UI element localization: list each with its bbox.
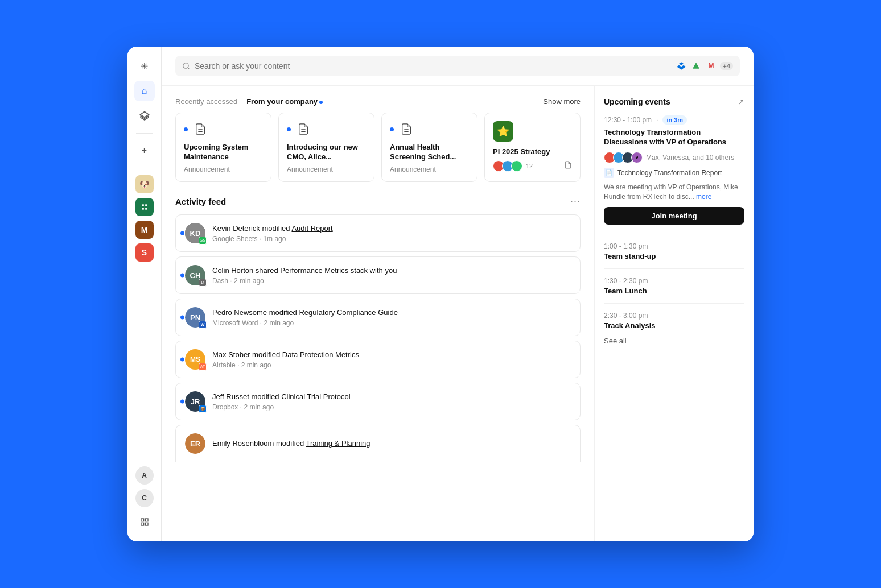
feed-item-pedro[interactable]: PN W Pedro Newsome modified Regulatory C… xyxy=(175,299,581,336)
svg-line-10 xyxy=(188,68,190,69)
s-app-icon[interactable]: S xyxy=(135,243,154,262)
regulatory-guide-link[interactable]: Regulatory Compliance Guide xyxy=(299,308,397,317)
tab-recently-accessed[interactable]: Recently accessed xyxy=(175,97,237,106)
svg-rect-5 xyxy=(141,519,144,521)
file-icon-1 xyxy=(192,121,208,137)
svg-rect-7 xyxy=(141,523,144,525)
tab-dot xyxy=(319,101,323,104)
upcoming-events-title: Upcoming events xyxy=(604,97,670,106)
card-attendee-count: 12 xyxy=(526,163,533,169)
tabs-header: Recently accessed From your company Show… xyxy=(175,97,581,106)
svg-rect-4 xyxy=(145,208,147,210)
performance-metrics-link[interactable]: Performance Metrics xyxy=(280,266,348,275)
avatar-c[interactable]: C xyxy=(135,489,154,507)
event-soon-badge: in 3m xyxy=(662,115,687,125)
svg-text:ER: ER xyxy=(190,440,201,448)
standup-time: 1:00 - 1:30 pm xyxy=(604,242,744,250)
data-protection-link[interactable]: Data Protection Metrics xyxy=(282,350,359,359)
m-app-icon[interactable]: M xyxy=(135,221,154,239)
training-planning-link[interactable]: Training & Planning xyxy=(306,439,370,448)
star-icon-4: ⭐ xyxy=(493,121,513,142)
external-link-icon[interactable]: ↗ xyxy=(738,97,744,106)
feed-sub-kevin: Google Sheets · 1m ago xyxy=(212,235,571,243)
svg-rect-8 xyxy=(145,523,148,525)
home-icon[interactable]: ⌂ xyxy=(134,81,155,101)
card-health-screening[interactable]: Annual Health Screening Sched... Announc… xyxy=(381,113,477,182)
green-app-icon[interactable] xyxy=(135,198,154,216)
card-cmo[interactable]: Introducing our new CMO, Alice... Announ… xyxy=(278,113,374,182)
event-track-analysis: 2:30 - 3:00 pm Track Analysis xyxy=(604,312,744,330)
search-bar[interactable]: M +4 xyxy=(175,56,740,76)
card-subtitle-2: Announcement xyxy=(287,165,366,173)
event-doc-link[interactable]: 📄 Technology Transformation Report xyxy=(604,168,744,178)
feed-avatar-wrap-max: MS AT xyxy=(185,349,205,370)
main-area: Recently accessed From your company Show… xyxy=(162,86,594,541)
track-analysis-time: 2:30 - 3:00 pm xyxy=(604,312,744,320)
feed-item-max[interactable]: MS AT Max Stober modified Data Protectio… xyxy=(175,341,581,378)
feed-avatar-emily: ER xyxy=(185,433,205,454)
feed-sub-colin: Dash · 2 min ago xyxy=(212,277,571,285)
card-title-4: PI 2025 Strategy xyxy=(493,147,572,157)
see-all-link[interactable]: See all xyxy=(604,337,744,345)
feed-main-kevin: Kevin Deterick modified Audit Report xyxy=(212,223,571,234)
search-input[interactable] xyxy=(195,61,671,71)
more-link[interactable]: more xyxy=(696,193,711,201)
card-title-3: Annual Health Screening Sched... xyxy=(390,143,469,162)
feed-main-colin: Colin Horton shared Performance Metrics … xyxy=(212,266,571,276)
event-time-row: 12:30 - 1:00 pm · in 3m xyxy=(604,115,744,125)
feed-item-kevin[interactable]: KD GS Kevin Deterick modified Audit Repo… xyxy=(175,214,581,252)
feed-avatar-wrap-kevin: KD GS xyxy=(185,223,205,243)
svg-rect-3 xyxy=(142,208,144,210)
dog-avatar[interactable]: 🐶 xyxy=(135,175,154,193)
events-header: Upcoming events ↗ xyxy=(604,97,744,106)
feed-item-jeff[interactable]: JR 📦 Jeff Russet modified Clinical Trial… xyxy=(175,383,581,420)
show-more-button[interactable]: Show more xyxy=(543,97,581,106)
feed-text-kevin: Kevin Deterick modified Audit Report Goo… xyxy=(212,223,571,243)
feed-sub-pedro: Microsoft Word · 2 min ago xyxy=(212,319,571,327)
feed-item-colin[interactable]: CH D Colin Horton shared Performance Met… xyxy=(175,256,581,294)
add-icon[interactable]: + xyxy=(134,140,155,161)
feed-sub-jeff: Dropbox · 2 min ago xyxy=(212,403,571,411)
feed-badge-colin: D xyxy=(199,279,207,287)
join-meeting-button[interactable]: Join meeting xyxy=(604,207,744,225)
gmail-icon: M xyxy=(705,60,717,72)
cards-row: Upcoming System Maintenance Announcement xyxy=(175,113,581,182)
clinical-trial-link[interactable]: Clinical Trial Protocol xyxy=(281,392,350,401)
card-attendees xyxy=(493,160,522,172)
event-standup: 1:00 - 1:30 pm Team stand-up xyxy=(604,242,744,260)
audit-report-link[interactable]: Audit Report xyxy=(291,224,332,233)
track-analysis-title: Track Analysis xyxy=(604,321,744,330)
doc-name: Technology Transformation Report xyxy=(617,169,722,177)
attendee-avatars: 9 xyxy=(604,152,643,163)
activity-title: Activity feed xyxy=(175,197,226,206)
event-attendees: 9 Max, Vanessa, and 10 others xyxy=(604,152,744,163)
svg-rect-1 xyxy=(142,204,144,206)
feed-dot-kevin xyxy=(180,231,184,235)
svg-marker-11 xyxy=(693,63,699,69)
card-dot-1 xyxy=(184,127,188,131)
search-icon xyxy=(182,62,190,70)
layers-icon[interactable] xyxy=(134,106,155,126)
feed-text-max: Max Stober modified Data Protection Metr… xyxy=(212,350,571,369)
dropbox-icon xyxy=(676,60,687,72)
section-tabs: Recently accessed From your company xyxy=(175,97,323,106)
tab-from-company[interactable]: From your company xyxy=(246,97,323,106)
right-panel: Upcoming events ↗ 12:30 - 1:00 pm · in 3… xyxy=(594,86,754,541)
feed-badge-pedro: W xyxy=(199,321,207,329)
grid-icon[interactable] xyxy=(134,512,155,532)
asterisk-icon[interactable]: ✳ xyxy=(134,56,155,76)
card-upcoming-maintenance[interactable]: Upcoming System Maintenance Announcement xyxy=(175,113,271,182)
card-title-2: Introducing our new CMO, Alice... xyxy=(287,143,366,162)
feed-item-emily[interactable]: ER Emily Rosenbloom modified Training & … xyxy=(175,425,581,462)
card-pi-strategy[interactable]: ⭐ PI 2025 Strategy 12 xyxy=(484,113,581,182)
main-content: M +4 Recently accessed From your company… xyxy=(162,47,754,541)
feed-avatar-wrap-pedro: PN W xyxy=(185,307,205,328)
avatar-a[interactable]: A xyxy=(135,466,154,485)
sidebar: ✳ ⌂ + 🐶 M S A C xyxy=(127,47,162,541)
lunch-time: 1:30 - 2:30 pm xyxy=(604,277,744,285)
feed-main-max: Max Stober modified Data Protection Metr… xyxy=(212,350,571,360)
card-subtitle-1: Announcement xyxy=(184,165,263,173)
feed-text-jeff: Jeff Russet modified Clinical Trial Prot… xyxy=(212,392,571,411)
more-options-button[interactable]: ··· xyxy=(570,196,581,208)
feed-dot-pedro xyxy=(180,315,184,319)
